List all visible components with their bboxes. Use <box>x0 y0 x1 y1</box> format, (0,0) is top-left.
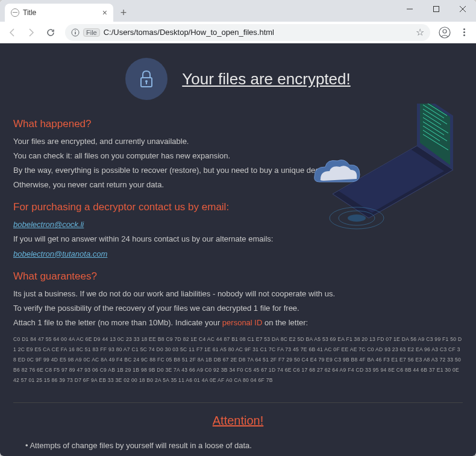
bookmark-button[interactable]: ☆ <box>416 27 424 38</box>
email-link-primary[interactable]: bobelectron@cock.li <box>13 220 84 229</box>
section-what-happened-title: What happened? <box>13 118 463 130</box>
section-contact-title: For purchasing a decryptor contact us by… <box>13 201 463 213</box>
body-text: You can check it: all files on you compu… <box>13 149 463 163</box>
lock-icon <box>136 69 157 89</box>
globe-icon <box>11 8 19 17</box>
menu-button[interactable] <box>456 24 472 41</box>
body-text: Otherwise, you never cant return your da… <box>13 178 463 192</box>
close-window-button[interactable] <box>449 0 476 18</box>
reload-icon <box>46 28 55 37</box>
browser-window: Title × + File C:/Users/ <box>0 0 476 456</box>
tab-title: Title <box>23 8 99 17</box>
minimize-button[interactable] <box>396 0 423 18</box>
browser-tab[interactable]: Title × <box>5 4 113 22</box>
person-icon <box>439 27 451 39</box>
url-bar[interactable]: File C:/Users/tomas/Desktop/How_to_open_… <box>65 24 430 41</box>
personal-id-label: personal ID <box>222 318 262 327</box>
attention-section: Attention! • Attempts of change files by… <box>13 402 463 456</box>
body-text: If you will get no answer within 24 hour… <box>13 233 463 246</box>
lock-badge <box>125 58 168 100</box>
minimize-icon <box>407 6 413 12</box>
title-bar: Title × + <box>0 0 476 22</box>
file-scheme-badge: File <box>83 28 100 37</box>
bullet-item: • Attempts of change files by yourself w… <box>25 439 463 454</box>
profile-button[interactable] <box>436 24 453 41</box>
new-tab-button[interactable]: + <box>116 5 131 20</box>
back-button[interactable] <box>4 24 20 41</box>
svg-line-12 <box>423 104 447 116</box>
svg-line-13 <box>423 105 444 118</box>
info-icon <box>71 28 80 37</box>
svg-point-8 <box>443 30 446 33</box>
body-text: Your files are encrypted, and currently … <box>13 135 463 148</box>
forward-button[interactable] <box>23 24 40 41</box>
close-tab-icon[interactable]: × <box>102 8 107 17</box>
kebab-icon <box>463 28 465 36</box>
maximize-button[interactable] <box>423 0 449 18</box>
svg-point-7 <box>439 27 450 38</box>
page-content: Your files are encrypted! What happened?… <box>0 43 476 456</box>
body-text: Attach 1 file to the letter (no more tha… <box>13 316 463 330</box>
svg-rect-1 <box>434 7 439 12</box>
window-controls <box>396 0 476 18</box>
reload-button[interactable] <box>42 24 59 41</box>
body-text: By the way, everything is possible to re… <box>13 164 463 177</box>
section-guarantees-title: What guarantees? <box>13 270 463 283</box>
url-text: C:/Users/tomas/Desktop/How_to_open_files… <box>104 28 412 37</box>
arrow-left-icon <box>7 28 17 37</box>
page-title: Your files are encrypted! <box>182 70 350 89</box>
arrow-right-icon <box>27 28 36 37</box>
svg-point-6 <box>75 30 76 31</box>
toolbar: File C:/Users/tomas/Desktop/How_to_open_… <box>0 22 476 43</box>
attention-title: Attention! <box>13 414 463 428</box>
attention-bullets: • Attempts of change files by yourself w… <box>13 439 463 456</box>
email-link-alternate[interactable]: bobelectron@tutanota.com <box>13 249 107 258</box>
header-section: Your files are encrypted! <box>13 58 463 100</box>
maximize-icon <box>433 6 439 12</box>
close-icon <box>460 6 466 12</box>
body-text: To verify the possibility of the recover… <box>13 302 463 315</box>
body-text: Its just a business. If we do not do our… <box>13 287 463 301</box>
bullet-item: • Our e-mail can be blocked over time. W… <box>25 454 463 456</box>
personal-id-hex: C0 D1 84 47 55 64 00 4A AC 6E D9 44 13 0… <box>13 334 463 386</box>
